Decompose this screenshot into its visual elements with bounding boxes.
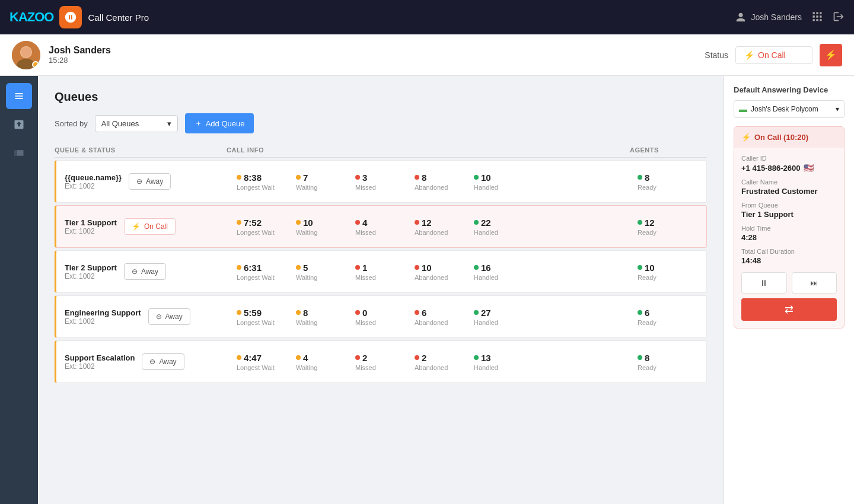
- metric-label: Abandoned: [415, 364, 448, 371]
- col-call-info: CALL INFO: [227, 146, 630, 154]
- caller-name-row: Caller Name Frustrated Customer: [741, 178, 837, 196]
- queue-name: Engineering Support: [65, 308, 141, 317]
- dot-red: [415, 220, 419, 225]
- svg-point-3: [21, 47, 31, 58]
- dot-orange: [296, 310, 301, 315]
- metric-longest-wait: 6:31 Longest Wait: [228, 257, 288, 287]
- transfer-button[interactable]: ⇄: [741, 298, 837, 321]
- nav-grid-button[interactable]: [811, 11, 823, 24]
- metric-waiting: 4 Waiting: [288, 347, 347, 377]
- dot-green: [474, 220, 479, 225]
- queue-ext: Ext: 1002: [65, 182, 122, 190]
- caller-id-value: +1 415-886-2600: [741, 164, 800, 173]
- total-duration-value: 14:48: [741, 256, 837, 265]
- queue-name: Support Escalation: [65, 353, 135, 362]
- pause-button[interactable]: ⏸: [741, 272, 787, 294]
- agents-col: 12 Ready: [629, 212, 706, 242]
- bolt-icon: ⚡: [132, 222, 141, 231]
- from-queue-label: From Queue: [741, 202, 837, 209]
- app-icon: [59, 6, 82, 28]
- metric-longest-wait: 8:38 Longest Wait: [228, 167, 288, 197]
- device-select[interactable]: ▬ Josh's Desk Polycom ▾: [734, 100, 845, 118]
- sidebar-item-list[interactable]: [6, 140, 32, 166]
- queue-status-button[interactable]: ⊖ Away: [124, 263, 166, 280]
- dot-red: [355, 355, 360, 360]
- status-label: Status: [705, 50, 728, 60]
- agents-label: Ready: [638, 229, 657, 236]
- device-chevron: ▾: [836, 105, 839, 113]
- dot-red: [415, 355, 419, 360]
- queue-name: Tier 1 Support: [65, 218, 117, 227]
- status-badge[interactable]: ⚡ On Call: [735, 46, 812, 64]
- agents-col: 6 Ready: [629, 302, 706, 332]
- sidebar-item-queues[interactable]: [6, 83, 32, 109]
- caller-id-row: Caller ID +1 415-886-2600 🇺🇸: [741, 155, 837, 173]
- minus-icon: ⊖: [136, 177, 142, 186]
- nav-logout-button[interactable]: [833, 11, 845, 24]
- user-time: 15:28: [49, 56, 111, 65]
- metric-longest-wait: 7:52 Longest Wait: [228, 212, 288, 242]
- queue-ext: Ext: 1002: [65, 317, 141, 326]
- bolt-icon-red: ⚡: [825, 49, 837, 60]
- caller-name-label: Caller Name: [741, 178, 837, 186]
- right-panel: Default Answering Device ▬ Josh's Desk P…: [724, 76, 854, 504]
- queue-status-button[interactable]: ⊖ Away: [129, 173, 171, 190]
- metric-label: Missed: [355, 319, 376, 326]
- minus-icon: ⊖: [156, 312, 162, 321]
- metrics-area: 6:31 Longest Wait 5 Waiting 1 Missed 10 …: [228, 257, 629, 287]
- queue-status-button[interactable]: ⊖ Away: [142, 353, 184, 370]
- dot-green: [638, 265, 642, 270]
- queue-info: Support Escalation Ext: 1002: [65, 353, 135, 371]
- metric-label: Abandoned: [415, 184, 448, 191]
- queue-status-button[interactable]: ⚡ On Call: [124, 218, 176, 235]
- metrics-area: 8:38 Longest Wait 7 Waiting 3 Missed 8 A…: [228, 167, 629, 197]
- logo: KAZOO: [9, 9, 53, 25]
- dot-green: [474, 355, 479, 360]
- metric-handled: 10 Handled: [466, 167, 525, 197]
- agents-label: Ready: [638, 364, 657, 371]
- minus-icon: ⊖: [132, 267, 138, 276]
- flag-icon: 🇺🇸: [804, 163, 814, 173]
- queue-ext: Ext: 1002: [65, 227, 117, 235]
- metric-label: Handled: [474, 274, 498, 281]
- forward-button[interactable]: ⏭: [792, 272, 837, 294]
- dot-green: [474, 310, 479, 315]
- metric-missed: 1 Missed: [347, 257, 406, 287]
- metrics-area: 7:52 Longest Wait 10 Waiting 4 Missed 12…: [228, 212, 629, 242]
- metric-abandoned: 6 Abandoned: [406, 302, 466, 332]
- agents-col: 8 Ready: [629, 167, 706, 197]
- nav-username: Josh Sanders: [751, 12, 802, 22]
- user-bar: Josh Sanders 15:28 Status ⚡ On Call ⚡: [0, 34, 854, 76]
- top-nav: KAZOO Call Center Pro Josh Sanders: [0, 0, 854, 34]
- sort-bar: Sorted by All Queues ▾ ＋ Add Queue: [55, 113, 707, 133]
- hold-time-label: Hold Time: [741, 225, 837, 232]
- queue-ext: Ext: 1002: [65, 272, 117, 280]
- metric-abandoned: 10 Abandoned: [406, 257, 466, 287]
- status-action-button[interactable]: ⚡: [820, 44, 842, 66]
- table-row: Tier 1 Support Ext: 1002 ⚡ On Call 7:52 …: [55, 205, 707, 248]
- dot-green: [638, 175, 642, 180]
- dot-red: [415, 265, 419, 270]
- metric-label: Waiting: [296, 184, 317, 191]
- sidebar-item-stats[interactable]: [6, 111, 32, 138]
- metric-abandoned: 2 Abandoned: [406, 347, 466, 377]
- device-name: Josh's Desk Polycom: [751, 105, 818, 113]
- dot-red: [355, 175, 360, 180]
- table-row: {{queue.name}} Ext: 1002 ⊖ Away 8:38 Lon…: [55, 160, 707, 203]
- sort-select[interactable]: All Queues ▾: [95, 115, 178, 132]
- metric-missed: 3 Missed: [347, 167, 406, 197]
- dot-red: [415, 175, 419, 180]
- metric-abandoned: 8 Abandoned: [406, 167, 466, 197]
- add-queue-button[interactable]: ＋ Add Queue: [185, 113, 254, 133]
- sort-value: All Queues: [101, 119, 139, 128]
- queue-status-button[interactable]: ⊖ Away: [148, 308, 190, 325]
- metric-abandoned: 12 Abandoned: [406, 212, 466, 242]
- user-name: Josh Sanders: [49, 45, 111, 56]
- metric-label: Abandoned: [415, 274, 448, 281]
- metrics-area: 4:47 Longest Wait 4 Waiting 2 Missed 2 A…: [228, 347, 629, 377]
- metric-label: Longest Wait: [237, 319, 275, 326]
- queues-title: Queues: [55, 90, 707, 104]
- device-icon: ▬: [739, 104, 747, 114]
- metric-longest-wait: 4:47 Longest Wait: [228, 347, 288, 377]
- dot-green: [638, 355, 642, 360]
